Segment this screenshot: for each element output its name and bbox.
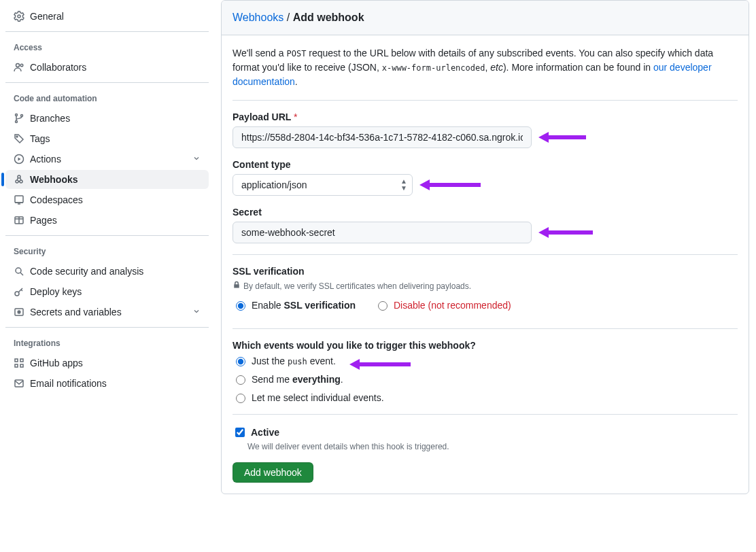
sidebar-item-label: Collaborators [30,62,86,73]
svg-point-4 [21,115,23,117]
chevron-down-icon [192,307,201,317]
ssl-enable-radio[interactable] [236,301,245,311]
sidebar-item-tags[interactable]: Tags [5,129,209,148]
ssl-note: By default, we verify SSL certificates w… [233,281,738,291]
events-push-radio[interactable] [236,357,245,366]
sidebar-item-email[interactable]: Email notifications [5,374,209,393]
section-security: Security [5,241,209,262]
active-option[interactable]: Active [233,426,738,439]
sidebar-item-label: Tags [30,133,50,144]
svg-rect-18 [20,364,23,367]
svg-rect-10 [15,196,23,203]
key-asterisk-icon [14,307,24,317]
ssl-heading: SSL verification [233,266,738,277]
sidebar-item-label: Webhooks [30,174,78,185]
events-everything-option[interactable]: Send me everything. [233,373,738,385]
events-select-option[interactable]: Let me select individual events. [233,392,738,403]
lock-icon [233,281,241,291]
sidebar-item-github-apps[interactable]: GitHub apps [5,353,209,373]
active-note: We will deliver event details when this … [247,442,738,451]
webhook-panel: Webhooks / Add webhook We'll send a POST… [221,0,749,494]
svg-rect-17 [15,364,18,367]
sidebar-item-label: Email notifications [30,378,107,389]
codescan-icon [14,266,24,277]
panel-body: We'll send a POST request to the URL bel… [222,35,749,494]
svg-point-3 [16,121,18,123]
events-select-radio[interactable] [236,394,245,403]
content-type-label: Content type [233,159,738,170]
events-everything-radio[interactable] [236,375,245,385]
svg-point-8 [20,180,22,183]
sidebar-item-collaborators[interactable]: Collaborators [5,58,209,77]
browser-icon [14,215,24,226]
key-icon [14,286,24,297]
annotation-arrow-icon [419,178,487,192]
sidebar-item-label: Codespaces [30,194,83,205]
ssl-group: SSL verification By default, we verify S… [233,266,738,317]
annotation-arrow-icon [538,226,600,239]
svg-point-7 [16,180,18,183]
active-group: Active We will deliver event details whe… [233,426,738,451]
secret-input[interactable] [233,222,532,243]
sidebar-item-actions[interactable]: Actions [5,150,209,169]
svg-point-2 [16,114,18,116]
svg-rect-19 [15,380,23,387]
play-icon [14,154,24,165]
sidebar-item-label: Secrets and variables [30,307,122,317]
sidebar-item-webhooks[interactable]: Webhooks [5,170,209,189]
intro-text: We'll send a POST request to the URL bel… [233,46,738,101]
annotation-arrow-icon [349,358,417,371]
breadcrumb-current: Add webhook [293,12,364,23]
people-icon [14,62,24,73]
sidebar-item-label: Branches [30,113,70,124]
main-panel: Webhooks / Add webhook We'll send a POST… [214,0,756,494]
tag-icon [14,133,24,144]
sidebar-item-secrets[interactable]: Secrets and variables [5,303,209,322]
gear-icon [14,11,24,22]
content-type-group: Content type application/json ▲▼ [233,159,738,196]
branch-icon [14,113,24,124]
breadcrumb-parent[interactable]: Webhooks [233,12,284,23]
breadcrumb: Webhooks / Add webhook [222,1,749,35]
codespaces-icon [14,194,24,205]
sidebar-item-deploy-keys[interactable]: Deploy keys [5,282,209,301]
active-checkbox[interactable] [235,428,245,437]
ssl-disable-option[interactable]: Disable (not recommended) [375,299,511,311]
sidebar-item-branches[interactable]: Branches [5,109,209,128]
payload-url-label: Payload URL * [233,111,738,122]
add-webhook-button[interactable]: Add webhook [233,462,313,483]
sidebar-item-general[interactable]: General [5,7,209,26]
section-access: Access [5,37,209,58]
secret-label: Secret [233,207,738,218]
sidebar-item-label: Deploy keys [30,286,82,297]
svg-point-9 [18,175,20,178]
sidebar-item-label: Actions [30,154,61,165]
events-group: Which events would you like to trigger t… [233,340,738,403]
ssl-disable-radio[interactable] [378,301,388,311]
events-heading: Which events would you like to trigger t… [233,340,738,351]
events-push-option[interactable]: Just the push event. [233,355,336,366]
payload-url-input[interactable] [233,126,532,148]
chevron-down-icon [192,154,201,165]
svg-point-0 [16,64,20,67]
mail-icon [14,378,24,389]
secret-group: Secret [233,207,738,243]
svg-point-12 [16,268,21,273]
apps-icon [14,358,24,368]
sidebar-item-label: Pages [30,215,57,226]
sidebar-item-pages[interactable]: Pages [5,211,209,230]
sidebar-item-code-security[interactable]: Code security and analysis [5,262,209,281]
sidebar-item-codespaces[interactable]: Codespaces [5,190,209,209]
content-type-select[interactable]: application/json [233,174,413,196]
section-integrations: Integrations [5,333,209,353]
sidebar-item-label: GitHub apps [30,358,83,368]
svg-point-1 [20,64,23,67]
sidebar-item-label: General [30,11,64,22]
ssl-enable-option[interactable]: Enable SSL verification [233,299,356,311]
svg-rect-16 [20,359,23,362]
settings-sidebar: General Access Collaborators Code and au… [0,0,214,494]
payload-url-group: Payload URL * [233,111,738,148]
sidebar-item-label: Code security and analysis [30,266,143,277]
svg-point-5 [16,136,18,137]
svg-rect-15 [15,359,18,362]
